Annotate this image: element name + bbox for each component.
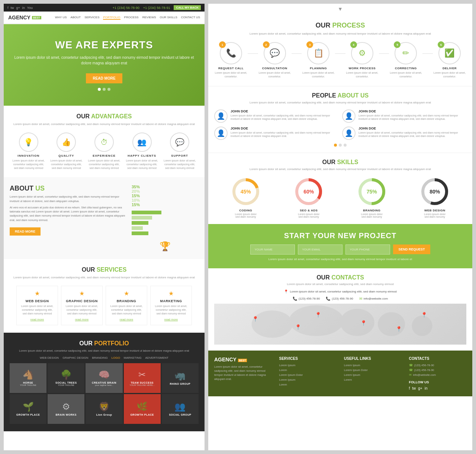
map-pin-5: 📍 (396, 326, 402, 332)
tab-advertisment[interactable]: ADVERTISMENT (145, 356, 168, 359)
map-pin-2: 📍 (315, 312, 321, 318)
rhino-icon: 🦏 (174, 371, 186, 381)
portfolio-item-social-group[interactable]: 👥 SOCIAL GROUP (162, 394, 199, 424)
portfolio-item-growth-place-2[interactable]: 🌿 GROWTH PLACE (124, 394, 161, 424)
nav-portfolio[interactable]: PORTFOLIO (103, 16, 120, 20)
footer-brand-col: AGENCY BEST Lorem ipsum dolor sit amet, … (214, 357, 272, 390)
step-circle-2: 2 💬 (264, 42, 286, 64)
step-badge-1: 1 (219, 41, 226, 48)
person-3: 👤 JOHN DOE Lorem ipsum dolor sit amet, c… (214, 127, 338, 140)
skill-webdesign: 80% WEB DESIGN Lorem ipsum dolorsed diam… (420, 177, 450, 218)
branding-circle: 75% (357, 177, 387, 207)
footer-social-tw[interactable]: tw (412, 386, 416, 390)
tab-web-design[interactable]: WEB DESIGN (40, 356, 59, 359)
nav-about[interactable]: ABOUT (71, 16, 81, 20)
social-gp[interactable]: g+ (16, 6, 20, 10)
portfolio-item-growth-place[interactable]: 🌱 GROWTH PLACE (10, 394, 46, 424)
phone2: +1 (234) 56-78-91 (143, 6, 170, 10)
person-4-content: JOHN DOE Lorem ipsum dolor sit amet, con… (358, 127, 466, 140)
people-dot-1[interactable] (334, 144, 337, 147)
tab-logo[interactable]: LOGO (112, 356, 120, 359)
portfolio-item-brain-works[interactable]: ⚙ BRAIN WORKS (48, 394, 84, 424)
email-input[interactable] (298, 244, 342, 255)
skills-grid: 45% CODING Lorem ipsum dolorsed diam non… (214, 177, 466, 218)
footer-contact-phone2: ☎ (123) 456-78-90 (409, 368, 467, 372)
start-note: Lorem ipsum dolor sit amet, consetetur s… (214, 258, 466, 261)
innovation-icon: 💡 (19, 132, 38, 152)
people-dot-3[interactable] (344, 144, 347, 147)
portfolio-item-team-success[interactable]: ✂ TEAM SUCCESS YOUR TAGLINE HERE... (124, 363, 161, 393)
nav-reviews[interactable]: REVIEWS (142, 16, 156, 20)
nav-process[interactable]: PROCESS (124, 16, 139, 20)
nav-services[interactable]: SERVICES (84, 16, 99, 20)
hero-dot-3[interactable] (107, 88, 110, 91)
services-grid: ★ WEB DESIGN Lorem ipsum dolor sit amet,… (10, 286, 199, 325)
footer-logo-badge: BEST (238, 359, 247, 362)
footer-service-link-5[interactable]: Lorem (279, 383, 337, 386)
footer-service-link-2[interactable]: Lorem (279, 368, 337, 372)
portfolio-tabs: WEB DESIGN GRAPHIC DESIGN BRANDING LOGO … (10, 356, 199, 359)
tab-marketing[interactable]: MARKETING (124, 356, 142, 359)
portfolio-item-social-trees[interactable]: 🌳 SOCIAL TREES YOUR TAGLINE (48, 363, 84, 393)
footer-useful-link-2[interactable]: Lorem Ipsum Dolor (344, 368, 402, 372)
web-design-link[interactable]: read more (20, 318, 55, 321)
phone-input[interactable] (345, 244, 390, 255)
people-dot-2[interactable] (339, 144, 342, 147)
footer-contacts-title: CONTACTS (409, 357, 467, 361)
portfolio-item-horse[interactable]: 🐴 HORSE YOUR TAGLINE (10, 363, 46, 393)
footer-phone-icon-1: ☎ (409, 364, 413, 367)
map-pin-1: 📍 (252, 316, 258, 322)
coding-pct: 45% (241, 189, 251, 195)
nav-why-us[interactable]: WHY US (55, 16, 67, 20)
graphic-design-title: GRAPHIC DESIGN (64, 299, 99, 303)
process-subtitle: Lorem ipsum dolor sit amet, consetetur s… (214, 32, 466, 36)
call-back-button[interactable]: CALL MY BACK (174, 5, 201, 10)
footer-social-gp[interactable]: g+ (418, 386, 422, 390)
footer-phone1: (123) 456-78-90 (414, 364, 434, 367)
name-input[interactable] (250, 244, 295, 255)
seo-pct: 60% (303, 189, 314, 195)
about-read-more-button[interactable]: READ MORE (10, 227, 41, 236)
nav-skills[interactable]: OUR SKILLS (160, 16, 177, 20)
footer-useful-link-3[interactable]: Lorem Ipsum (344, 373, 402, 377)
social-yt[interactable]: You (27, 6, 33, 10)
footer-social-in[interactable]: in (425, 386, 428, 390)
marketing-link[interactable]: read more (154, 318, 189, 321)
footer-service-link-4[interactable]: Lorem Ipsum (279, 378, 337, 381)
service-marketing: ★ MARKETING Lorem ipsum dolor sit amet, … (150, 286, 192, 325)
step-badge-4: 4 (350, 41, 357, 48)
footer-service-link-1[interactable]: Lorem Ipsum (279, 364, 337, 367)
quality-desc: Lorem ipsum dolor sit amet, consetetur s… (49, 159, 83, 170)
social-tw[interactable]: tw (11, 6, 14, 10)
quality-icon: 👍 (57, 132, 76, 152)
footer-useful-title: USEFUL LINKS (344, 357, 402, 361)
graphic-design-link[interactable]: read more (64, 318, 99, 321)
contacts-phones: 📞 (123) 456-78-90 📞 (123) 456-78-90 ✉ in… (214, 297, 466, 301)
footer-service-link-3[interactable]: Lorem Ipsum Dolor (279, 373, 337, 377)
send-request-button[interactable]: SEND REQUEST (393, 244, 430, 254)
tab-branding[interactable]: BRANDING (92, 356, 108, 359)
social-trees-label: SOCIAL TREES (55, 381, 77, 384)
hero-dot-2[interactable] (103, 88, 106, 91)
innovation-desc: Lorem ipsum dolor sit amet, consetetur s… (12, 159, 45, 170)
social-in[interactable]: in (22, 6, 25, 10)
portfolio-item-creative-brain[interactable]: 🧠 CREATIVE BRAIN your tagline here... (86, 363, 122, 393)
experience-label: EXPERIENCE (87, 154, 121, 157)
about-section: ABOUT US Lorem ipsum dolor sit amet, con… (4, 177, 205, 259)
portfolio-item-rhino-group[interactable]: 🦏 RHINO GROUP (162, 363, 199, 393)
branding-link[interactable]: read more (109, 318, 144, 321)
footer-useful-link-4[interactable]: Lorem (344, 378, 402, 381)
hero-dot-1[interactable] (98, 88, 101, 91)
bar-chart (132, 211, 199, 235)
hero-read-more-button[interactable]: READ MORE (86, 73, 122, 83)
tab-graphic-design[interactable]: GRAPHIC DESIGN (62, 356, 88, 359)
footer-social-fb[interactable]: f (409, 386, 410, 390)
nav-contact[interactable]: CONTACT US (181, 16, 200, 20)
svg-point-11 (378, 312, 405, 336)
branding-star: ★ (109, 290, 144, 297)
portfolio-item-lion-group[interactable]: 🦁 Lion Group (86, 394, 122, 424)
step-desc-3: Lorem ipsum dolor sit amet, consetetur. (302, 71, 335, 79)
people-subtitle: Lorem ipsum dolor sit amet, consetetur s… (214, 100, 466, 105)
social-fb[interactable]: f (7, 6, 9, 10)
footer-useful-link-1[interactable]: Lorem Ipsum (344, 364, 402, 367)
